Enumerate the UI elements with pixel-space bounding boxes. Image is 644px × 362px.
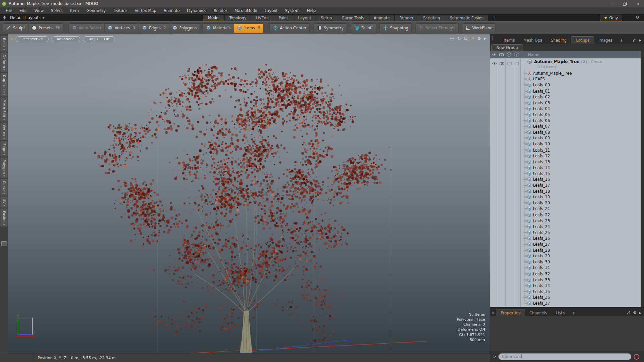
snapping-button[interactable]: Snapping [380,24,412,33]
layout-selector[interactable]: Default Layouts ▼ [10,14,45,21]
left-tab[interactable]: Duplicate [0,73,8,97]
add-panel-tab-button[interactable]: + [617,37,626,44]
auto-select-button[interactable]: Auto Select [69,24,105,33]
panel-menu-arrow-icon[interactable]: ▶ [639,38,641,42]
add-layout-tab-button[interactable]: + [489,14,499,21]
orbit-icon[interactable]: ↻ [457,36,461,41]
workplane-button[interactable]: WorkPlane [462,24,496,33]
select-column-icon[interactable] [514,52,519,57]
visibility-column-icon[interactable] [492,52,497,57]
viewport-gear-icon[interactable]: ⚙ [477,36,481,41]
menu-item[interactable]: Select [47,7,66,14]
left-tab[interactable]: Mesh Edit [0,97,8,121]
restore-button[interactable] [619,0,631,7]
name-column-header[interactable]: Name [528,52,539,57]
only-button[interactable]: ★ Only [600,15,622,21]
checkbox-icon[interactable] [507,61,512,66]
layout-tab[interactable]: Model [203,15,225,21]
menu-item[interactable]: Vertex Map [131,7,160,14]
layout-tab[interactable]: Scripting [418,15,445,21]
lock-column-icon[interactable] [506,52,512,57]
left-tab[interactable]: Deform [0,52,8,72]
bottom-panel-tab[interactable]: Properties [496,309,525,316]
polygons-button[interactable]: Polygons [169,24,200,33]
gear-icon[interactable]: ⚙ [635,15,639,20]
right-panel-tab[interactable]: Groups [571,36,594,44]
close-button[interactable]: × [631,0,644,7]
menu-item[interactable]: Edit [16,7,31,14]
panel-dot-icon[interactable] [492,312,494,314]
viewport-3d[interactable]: PerspectiveAdvancedRay GL: Off ↻ ↗ ⚙ ▶ N… [8,34,490,353]
right-panel-tab[interactable]: Mesh Ops [519,37,546,44]
left-tab[interactable]: Vertex [0,122,8,140]
right-panel-tab[interactable]: Images [594,37,617,44]
menu-item[interactable]: Geometry [83,7,109,14]
viewport-mode-pill[interactable]: Advanced [51,36,80,42]
left-tab[interactable]: Fusion [0,208,8,227]
viewport-mode-pill[interactable]: Ray GL: Off [83,36,115,42]
right-panel-tab[interactable]: Items [499,37,519,44]
layout-tab[interactable]: Game Tools [337,15,369,21]
menu-item[interactable]: Layout [261,7,281,14]
group-row[interactable]: − Autumn_Maple_Tree (2) : Group 144 Item… [490,58,641,70]
layout-up-icon[interactable] [2,15,7,20]
add-bottom-tab-button[interactable]: + [569,309,578,316]
menu-item[interactable]: Help [303,7,319,14]
menu-item[interactable]: File [2,7,16,14]
action-center-button[interactable]: Action Center [270,24,310,33]
menu-item[interactable]: View [31,7,47,14]
menu-item[interactable]: Render [210,7,231,14]
layout-tab[interactable]: Layout [293,15,316,21]
menu-item[interactable]: Dynamics [183,7,210,14]
panel-corner-icon[interactable] [492,35,499,41]
viewport-mode-pill[interactable]: Perspective [16,36,49,42]
bottom-panel-tab[interactable]: Lists [551,309,569,316]
left-tab[interactable]: Edge [0,141,8,157]
eye-icon[interactable] [492,61,497,66]
checkbox-icon[interactable] [514,61,519,66]
camera-icon[interactable] [499,61,504,66]
expand-panel-icon[interactable] [626,311,631,315]
materials-button[interactable]: Materials [203,24,234,33]
symmetry-button[interactable]: Symmetry [314,24,347,33]
expand-panel-icon[interactable] [632,38,636,42]
falloff-button[interactable]: Falloff [351,24,376,33]
panel-menu-arrow-icon[interactable]: ▶ [639,311,641,315]
layout-tab[interactable]: Animate [369,15,395,21]
record-macro-icon[interactable] [634,354,639,360]
left-tab[interactable]: Curve [0,179,8,196]
menu-item[interactable]: System [281,7,303,14]
palette-icon[interactable] [1,241,7,246]
edges-button[interactable]: Edges 2 [139,24,169,33]
menu-item[interactable]: Texture [109,7,131,14]
left-tab[interactable]: Polygon [0,157,8,178]
select-through-button[interactable]: Select Through [416,24,458,33]
render-column-icon[interactable] [499,52,504,57]
menu-item[interactable]: MaxToModo [231,7,261,14]
layout-tab[interactable]: Setup [316,15,337,21]
groups-list[interactable]: − Autumn_Maple_Tree (2) : Group 144 Item… [490,58,641,307]
presets-button[interactable]: Presets F6 [29,24,63,33]
panel-gear-icon[interactable]: ⚙ [633,310,637,315]
menu-item[interactable]: Item [66,7,83,14]
new-group-button[interactable]: New Group [491,44,523,51]
bottom-panel-tab[interactable]: Channels [525,309,551,316]
minimize-button[interactable]: — [606,0,619,7]
maximize-viewport-icon[interactable]: ↗ [471,36,475,41]
group-name[interactable]: Autumn_Maple_Tree [534,59,579,64]
layout-tab[interactable]: Topology [225,15,252,21]
layout-tab[interactable]: Schematic Fusion [445,15,489,21]
left-tab[interactable]: Basic [0,36,8,52]
list-scrollbar[interactable] [641,58,644,307]
viewport-menu-arrow-icon[interactable]: ▶ [484,37,486,40]
layout-tab[interactable]: Paint [274,15,293,21]
command-input[interactable] [498,353,631,360]
left-tab[interactable]: UV [0,196,8,208]
menu-item[interactable]: Animate [160,7,183,14]
items-button[interactable]: Items 5 [234,24,263,33]
sculpt-button[interactable]: Sculpt [3,24,29,33]
layout-tab[interactable]: UVEdit [251,15,274,21]
collapse-expander[interactable]: − [523,60,526,64]
zoom-icon[interactable] [464,36,468,41]
right-panel-tab[interactable]: Shading [546,37,571,44]
